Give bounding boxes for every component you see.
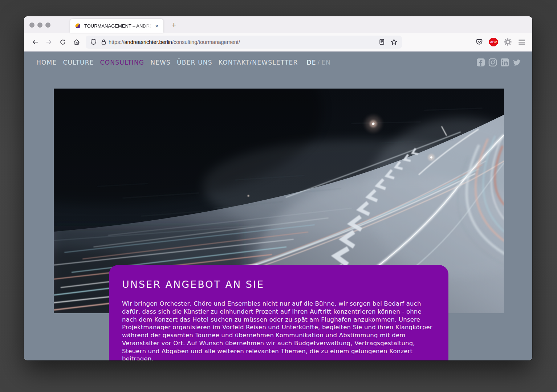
url-domain: andreasrichter.berlin xyxy=(125,39,172,45)
nav-ueber-uns[interactable]: ÜBER UNS xyxy=(177,59,212,66)
extension-gear-icon[interactable] xyxy=(504,38,512,46)
window-zoom-button[interactable] xyxy=(45,23,50,28)
lang-divider: / xyxy=(317,59,320,66)
tab-title: TOURMANAGEMENT – ANDREAS xyxy=(84,23,154,29)
browser-tab[interactable]: TOURMANAGEMENT – ANDREAS × xyxy=(70,19,163,33)
browser-window: TOURMANAGEMENT – ANDREAS × + xyxy=(24,16,532,360)
tab-bar: TOURMANAGEMENT – ANDREAS × + xyxy=(24,16,532,33)
offer-card: UNSER ANGEBOT AN SIE Wir bringen Orchest… xyxy=(109,265,448,360)
site-favicon-icon xyxy=(75,23,81,29)
pocket-icon[interactable] xyxy=(475,38,483,46)
url-scheme: https:// xyxy=(109,39,125,45)
new-tab-button[interactable]: + xyxy=(168,20,179,30)
back-button[interactable] xyxy=(29,36,41,48)
home-button[interactable] xyxy=(70,36,83,48)
nav-kontakt-newsletter[interactable]: KONTAKT/NEWSLETTER xyxy=(219,59,298,66)
browser-toolbar: https://andreasrichter.berlin/consulting… xyxy=(24,33,532,52)
url-text: https://andreasrichter.berlin/consulting… xyxy=(109,39,240,45)
nav-consulting[interactable]: CONSULTING xyxy=(100,59,145,66)
tab-close-icon[interactable]: × xyxy=(154,23,160,29)
nav-culture[interactable]: CULTURE xyxy=(63,59,94,66)
window-close-button[interactable] xyxy=(29,23,34,28)
url-path: /consulting/tourmanagement/ xyxy=(172,39,240,45)
page-content: HOME CULTURE CONSULTING NEWS ÜBER UNS KO… xyxy=(24,52,532,360)
offer-title: UNSER ANGEBOT AN SIE xyxy=(122,279,435,290)
toolbar-extensions: ABP xyxy=(475,38,529,46)
language-switch: DE / EN xyxy=(307,59,331,66)
nav-home[interactable]: HOME xyxy=(36,59,57,66)
lock-icon[interactable] xyxy=(100,38,107,45)
twitter-icon[interactable] xyxy=(512,58,521,67)
forward-button[interactable] xyxy=(43,36,55,48)
adblock-plus-icon[interactable]: ABP xyxy=(489,38,498,46)
reader-view-icon[interactable] xyxy=(378,38,385,45)
lang-de[interactable]: DE xyxy=(307,59,316,66)
instagram-icon[interactable] xyxy=(488,58,497,67)
lang-en[interactable]: EN xyxy=(321,59,330,66)
menu-hamburger-icon[interactable] xyxy=(518,38,526,46)
url-bar[interactable]: https://andreasrichter.berlin/consulting… xyxy=(86,36,402,49)
linkedin-icon[interactable] xyxy=(500,58,509,67)
desktop-background: TOURMANAGEMENT – ANDREAS × + xyxy=(0,0,557,392)
bookmark-star-icon[interactable] xyxy=(390,38,398,46)
social-links xyxy=(476,58,521,67)
facebook-icon[interactable] xyxy=(476,58,485,67)
site-navigation: HOME CULTURE CONSULTING NEWS ÜBER UNS KO… xyxy=(24,52,532,73)
nav-news[interactable]: NEWS xyxy=(150,59,171,66)
window-minimize-button[interactable] xyxy=(37,23,42,28)
reload-button[interactable] xyxy=(57,36,69,48)
window-controls xyxy=(29,23,50,28)
offer-paragraph-1: Wir bringen Orchester, Chöre und Ensembl… xyxy=(122,300,435,360)
tracking-shield-icon[interactable] xyxy=(90,38,97,45)
